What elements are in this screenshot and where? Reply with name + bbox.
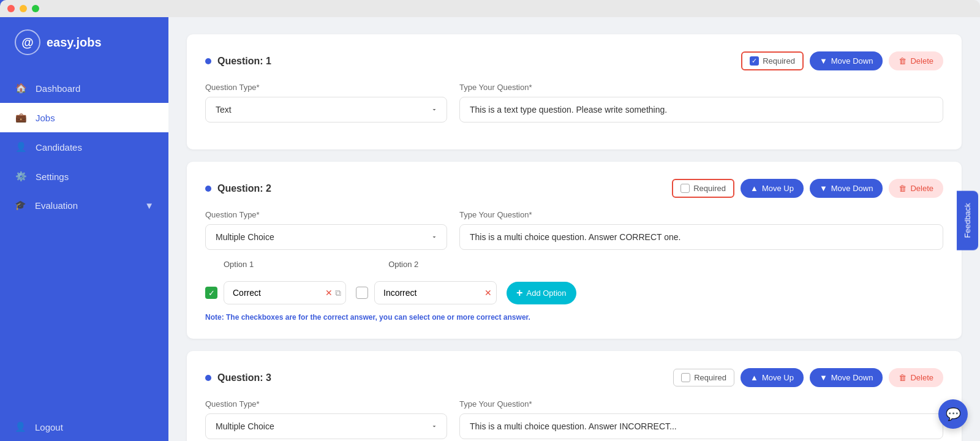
move-down-button-3[interactable]: ▼ Move Down [810,368,883,387]
question-1-actions: ✓ Required ▼ Move Down 🗑 Delete [741,51,943,70]
question-text-input-2[interactable] [459,224,943,250]
options-labels: Option 1 Option 2 [205,260,943,274]
question-1-title: Question: 1 [205,56,271,67]
settings-icon: ⚙️ [15,170,27,183]
sidebar-label-dashboard: Dashboard [36,83,80,94]
question-type-label-3: Question Type* [205,399,447,409]
trash-icon-3: 🗑 [899,373,907,382]
sidebar-nav: 🏠 Dashboard 💼 Jobs 👤 Candidates ⚙️ Setti… [0,74,168,219]
delete-button-3[interactable]: 🗑 Delete [889,368,943,387]
chat-icon: 💬 [946,407,961,421]
jobs-icon: 💼 [15,111,27,124]
question-text-input-3[interactable] [459,413,943,439]
question-card-3: Question: 3 Required ▲ Move Up ▼ Move Do… [187,351,962,441]
home-icon: 🏠 [15,82,27,94]
move-down-button-2[interactable]: ▼ Move Down [810,179,883,198]
delete-button-2[interactable]: 🗑 Delete [889,179,943,198]
required-label-2: Required [693,184,726,193]
sidebar-item-settings[interactable]: ⚙️ Settings [0,162,168,191]
question-2-form: Question Type* Multiple Choice Text Chec… [205,210,943,250]
plus-icon: + [516,287,523,300]
chevron-down-icon: ▼ [820,184,827,193]
maximize-dot[interactable] [32,5,39,12]
feedback-tab[interactable]: Feedback [957,190,978,250]
question-type-group-3: Question Type* Multiple Choice Text [205,399,447,439]
question-card-1: Question: 1 ✓ Required ▼ Move Down 🗑 Del… [187,34,962,149]
options-note: Note: The checkboxes are for the correct… [205,313,943,322]
candidates-icon: 👤 [15,141,27,153]
option2-delete-button[interactable]: ✕ [484,288,492,298]
sidebar-label-settings: Settings [36,172,69,182]
question-type-label-1: Question Type* [205,83,447,92]
chat-bubble[interactable]: 💬 [938,399,968,429]
sidebar-label-logout: Logout [35,422,63,432]
question-type-select-1[interactable]: Text Multiple Choice Checkbox [205,97,447,123]
required-box-2[interactable]: Required [672,179,734,198]
question-2-header: Question: 2 Required ▲ Move Up ▼ Move Do… [205,179,943,198]
type-question-label-2: Type Your Question* [459,210,943,219]
required-checkbox-3[interactable] [681,373,690,382]
type-question-label-3: Type Your Question* [459,399,943,409]
question-type-select-3[interactable]: Multiple Choice Text [205,413,447,439]
question-text-group-2: Type Your Question* [459,210,943,250]
option1-input-wrapper: ✕ ⧉ [224,281,346,304]
option1-delete-button[interactable]: ✕ [325,288,333,298]
sidebar-label-jobs: Jobs [36,113,55,123]
option2-actions: ✕ [484,288,492,298]
type-question-label-1: Type Your Question* [459,83,943,92]
question-2-actions: Required ▲ Move Up ▼ Move Down 🗑 Delete [672,179,943,198]
question-type-group-1: Question Type* Text Multiple Choice Chec… [205,83,447,123]
question-1-form: Question Type* Text Multiple Choice Chec… [205,83,943,123]
option2-input[interactable] [374,281,497,304]
option2-checkbox[interactable] [356,287,368,299]
option1-checkbox[interactable]: ✓ [205,287,217,299]
sidebar-label-candidates: Candidates [36,142,82,153]
question-type-select-2[interactable]: Multiple Choice Text Checkbox [205,224,447,250]
sidebar-item-candidates[interactable]: 👤 Candidates [0,132,168,162]
minimize-dot[interactable] [20,5,27,12]
required-box-1[interactable]: ✓ Required [741,51,804,70]
option1-copy-button[interactable]: ⧉ [335,288,341,298]
required-checkbox-2[interactable] [680,184,690,193]
question-2-label: Question: 2 [217,183,271,194]
option2-input-wrapper: ✕ [374,281,497,304]
option1-actions: ✕ ⧉ [325,288,341,298]
question-1-dot [205,58,211,64]
required-box-3[interactable]: Required [673,369,734,386]
question-type-label-2: Question Type* [205,210,447,219]
window-chrome [0,0,980,17]
question-3-form: Question Type* Multiple Choice Text Type… [205,399,943,439]
question-3-title: Question: 3 [205,372,271,383]
question-text-group-3: Type Your Question* [459,399,943,439]
sidebar-item-evaluation[interactable]: 🎓 Evaluation ▼ [0,191,168,219]
move-down-button-1[interactable]: ▼ Move Down [810,51,883,70]
question-text-input-1[interactable] [459,97,943,123]
question-card-2: Question: 2 Required ▲ Move Up ▼ Move Do… [187,162,962,339]
delete-button-1[interactable]: 🗑 Delete [889,51,943,70]
evaluation-icon: 🎓 [15,200,26,211]
question-2-dot [205,186,211,192]
add-option-button[interactable]: + Add Option [507,282,576,304]
question-3-actions: Required ▲ Move Up ▼ Move Down 🗑 Delete [673,368,943,387]
question-1-label: Question: 1 [217,56,271,67]
trash-icon: 🗑 [899,56,907,66]
sidebar-item-dashboard[interactable]: 🏠 Dashboard [0,74,168,103]
required-label-3: Required [694,373,726,382]
sidebar-item-logout[interactable]: 👤 Logout [0,413,168,441]
main-content: Question: 1 ✓ Required ▼ Move Down 🗑 Del… [168,17,980,441]
sidebar-item-jobs[interactable]: 💼 Jobs [0,103,168,132]
chevron-up-icon: ▲ [750,184,758,193]
chevron-down-icon-3: ▼ [820,373,827,382]
move-up-button-2[interactable]: ▲ Move Up [741,179,804,198]
required-checkbox-1[interactable]: ✓ [750,56,759,66]
chevron-down-icon: ▼ [820,56,827,66]
close-dot[interactable] [7,5,15,12]
trash-icon-2: 🗑 [899,184,907,193]
question-3-dot [205,375,211,381]
logo-text: easy.jobs [47,36,102,50]
logout-icon: 👤 [15,421,26,432]
logo: @ easy.jobs [0,17,168,67]
options-section: Option 1 Option 2 ✓ ✕ ⧉ [205,260,943,322]
sidebar: @ easy.jobs 🏠 Dashboard 💼 Jobs 👤 Candida… [0,0,168,441]
move-up-button-3[interactable]: ▲ Move Up [741,368,804,387]
